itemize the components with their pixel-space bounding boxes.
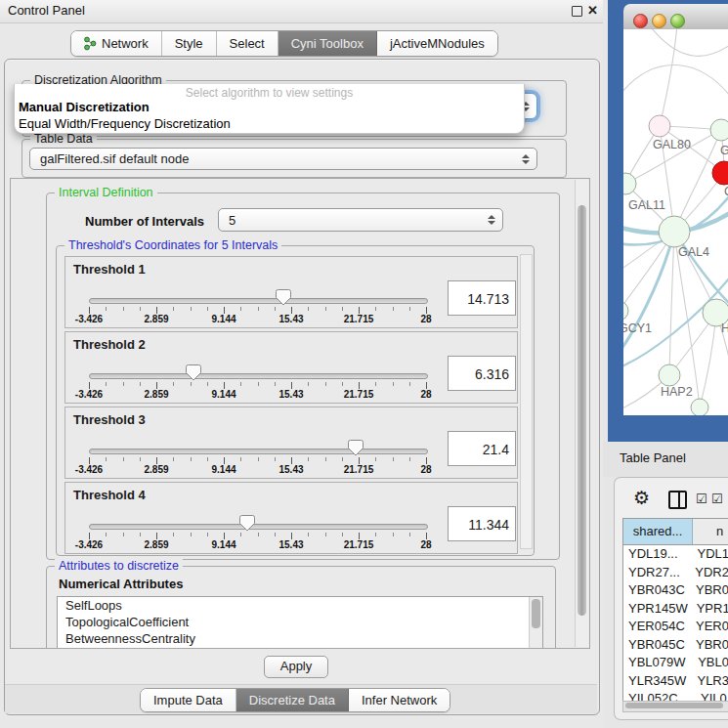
network-graph[interactable]: GAL80GACGAL11GAL4GCY1HHAP2 bbox=[623, 29, 728, 415]
table-row[interactable]: YER054CYER0 bbox=[623, 618, 728, 636]
network-node-c[interactable] bbox=[712, 161, 728, 185]
algorithm-dropdown-popup: Select algorithm to view settings Manual… bbox=[14, 84, 525, 134]
threshold-panel-3: Threshold 3-3.4262.8599.14415.4321.71528… bbox=[64, 407, 518, 479]
network-node-hap2[interactable] bbox=[659, 364, 680, 386]
threshold-slider-thumb[interactable] bbox=[186, 364, 201, 381]
network-node-gcy1[interactable] bbox=[623, 301, 628, 321]
scrollbar-thumb[interactable] bbox=[578, 205, 586, 616]
threshold-value-field[interactable]: 6.316 bbox=[448, 356, 516, 391]
checkbox-icon[interactable]: ☑ bbox=[696, 492, 707, 506]
network-node-gal80[interactable] bbox=[649, 115, 670, 137]
network-edge[interactable] bbox=[669, 232, 674, 375]
threshold-value-field[interactable]: 11.344 bbox=[448, 506, 516, 541]
minimize-traffic-light[interactable] bbox=[652, 14, 666, 28]
scrollbar-thumb[interactable] bbox=[625, 703, 723, 708]
gear-icon[interactable]: ⚙ bbox=[633, 487, 650, 509]
tab-style[interactable]: Style bbox=[162, 31, 217, 56]
settings-scroll-area: Interval Definition Number of Intervals … bbox=[10, 178, 590, 649]
cell-name: YBR0 bbox=[687, 636, 728, 655]
threshold-slider-track[interactable] bbox=[89, 524, 428, 530]
threshold-value-field[interactable]: 21.4 bbox=[448, 431, 516, 466]
scrollbar-thumb[interactable] bbox=[532, 599, 540, 628]
network-node[interactable] bbox=[691, 399, 708, 415]
dropdown-hint: Select algorithm to view settings bbox=[15, 84, 524, 99]
apply-button[interactable]: Apply bbox=[264, 656, 328, 678]
network-node-gal4[interactable] bbox=[659, 216, 690, 247]
attribute-item-betweennesscentrality[interactable]: BetweennessCentrality bbox=[58, 630, 542, 647]
network-edge[interactable] bbox=[700, 313, 716, 407]
node-attribute-table[interactable]: shared... n YDL19...YDL1YDR27...YDR2YBR0… bbox=[622, 518, 728, 703]
tab-label: Impute Data bbox=[153, 693, 223, 707]
threshold-slider-thumb[interactable] bbox=[276, 289, 291, 306]
list-scrollbar[interactable] bbox=[529, 597, 542, 649]
threshold-slider-track[interactable] bbox=[89, 298, 428, 304]
network-window-titlebar[interactable] bbox=[623, 4, 728, 30]
slider-ticks bbox=[89, 307, 426, 315]
threshold-slider-thumb[interactable] bbox=[239, 515, 255, 532]
table-data-select[interactable]: galFiltered.sif default node bbox=[29, 148, 537, 170]
tab-infer-network[interactable]: Infer Network bbox=[349, 689, 450, 711]
table-horizontal-scrollbar[interactable] bbox=[622, 701, 728, 712]
threshold-label: Threshold 3 bbox=[73, 412, 146, 427]
tab-label: Network bbox=[102, 36, 149, 51]
number-of-intervals-select[interactable]: 5 bbox=[218, 208, 503, 232]
tab-discretize-data[interactable]: Discretize Data bbox=[236, 689, 349, 711]
tab-jactivemnodules[interactable]: jActiveMNodules bbox=[377, 31, 497, 56]
tab-cyni-toolbox[interactable]: Cyni Toolbox bbox=[278, 31, 377, 56]
cell-name: YDR2 bbox=[686, 564, 728, 582]
float-window-icon[interactable] bbox=[572, 6, 582, 17]
column-header-name[interactable]: n bbox=[693, 519, 728, 544]
dropdown-option-manual-discretization[interactable]: Manual Discretization bbox=[15, 99, 524, 115]
dropdown-option-equal-width-frequency[interactable]: Equal Width/Frequency Discretization bbox=[15, 115, 524, 132]
threshold-label: Threshold 4 bbox=[73, 488, 146, 502]
threshold-slider-track[interactable] bbox=[89, 449, 428, 454]
column-header-shared-name[interactable]: shared... bbox=[623, 519, 693, 544]
network-edge[interactable] bbox=[648, 29, 728, 56]
tab-label: Select bbox=[230, 36, 265, 51]
table-row[interactable]: YDL19...YDL1 bbox=[623, 545, 728, 564]
attribute-item-topologicalcoefficient[interactable]: TopologicalCoefficient bbox=[58, 614, 542, 630]
tab-network[interactable]: Network bbox=[71, 31, 162, 56]
cell-name: YDL1 bbox=[688, 545, 728, 564]
checkbox-icon[interactable]: ☑ bbox=[711, 492, 723, 506]
tab-label: Discretize Data bbox=[249, 693, 335, 707]
network-node-ga[interactable] bbox=[710, 119, 728, 141]
cell-shared-name: YLR345W bbox=[623, 672, 688, 691]
control-panel-tabs: NetworkStyleSelectCyni ToolboxjActiveMNo… bbox=[70, 30, 498, 57]
cell-name: YPR1 bbox=[688, 600, 728, 619]
cell-shared-name: YER054C bbox=[623, 618, 687, 636]
table-row[interactable]: YBL079WYBL0 bbox=[623, 654, 728, 672]
cell-name: YER0 bbox=[687, 618, 728, 636]
network-edge[interactable] bbox=[660, 29, 677, 126]
settings-vertical-scrollbar[interactable] bbox=[575, 180, 588, 647]
cell-shared-name: YDL19... bbox=[623, 545, 688, 564]
threshold-slider-track[interactable] bbox=[89, 373, 428, 379]
tab-impute-data[interactable]: Impute Data bbox=[141, 689, 236, 711]
network-canvas[interactable]: GAL80GACGAL11GAL4GCY1HHAP2 bbox=[623, 29, 728, 415]
zoom-traffic-light[interactable] bbox=[670, 14, 685, 28]
slider-ticks bbox=[89, 533, 426, 540]
thresholds-scrollbar[interactable] bbox=[520, 254, 533, 549]
table-row[interactable]: YLR345WYLR3 bbox=[623, 672, 728, 691]
combo-arrows-icon bbox=[488, 215, 495, 225]
node-label: GAL4 bbox=[678, 245, 709, 259]
columns-icon[interactable] bbox=[668, 491, 687, 509]
node-label: GA bbox=[720, 144, 728, 157]
node-label: H bbox=[721, 321, 728, 335]
threshold-value-field[interactable]: 14.713 bbox=[448, 280, 516, 316]
network-node-gal11[interactable] bbox=[623, 173, 636, 194]
close-traffic-light[interactable] bbox=[633, 14, 648, 28]
table-row[interactable]: YBR043CYBR0 bbox=[623, 581, 728, 600]
threshold-slider-thumb[interactable] bbox=[348, 440, 364, 456]
node-label: HAP2 bbox=[661, 385, 693, 399]
threshold-label: Threshold 1 bbox=[73, 262, 146, 277]
control-panel-titlebar bbox=[0, 0, 603, 23]
attribute-item-selfloops[interactable]: SelfLoops bbox=[58, 597, 542, 614]
tab-select[interactable]: Select bbox=[217, 31, 278, 56]
network-edge[interactable] bbox=[623, 64, 728, 100]
close-icon[interactable]: ✕ bbox=[587, 3, 598, 18]
table-row[interactable]: YBR045CYBR0 bbox=[623, 636, 728, 655]
numerical-attributes-list[interactable]: SelfLoopsTopologicalCoefficientBetweenne… bbox=[57, 596, 543, 649]
table-row[interactable]: YPR145WYPR1 bbox=[623, 600, 728, 619]
table-row[interactable]: YDR27...YDR2 bbox=[623, 564, 728, 582]
